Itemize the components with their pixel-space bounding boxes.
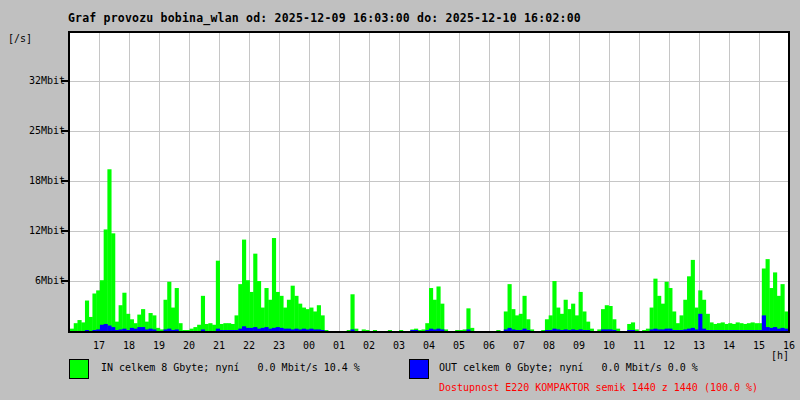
y-tick-mark — [61, 230, 68, 232]
x-axis-unit-label: [h] — [771, 350, 789, 361]
x-tick-label: 20 — [174, 340, 204, 352]
traffic-plot-canvas — [70, 33, 788, 331]
x-tick-label: 10 — [594, 340, 624, 352]
x-tick-label: 13 — [684, 340, 714, 352]
y-tick-label: 6Mbit — [5, 275, 65, 287]
x-tick-label: 18 — [114, 340, 144, 352]
x-tick-label: 22 — [234, 340, 264, 352]
x-tick-label: 02 — [354, 340, 384, 352]
x-tick-label: 07 — [504, 340, 534, 352]
x-tick-label: 05 — [444, 340, 474, 352]
y-tick-mark — [61, 130, 68, 132]
traffic-graph-plot — [68, 31, 790, 333]
x-tick-label: 21 — [204, 340, 234, 352]
x-tick-label: 04 — [414, 340, 444, 352]
x-tick-label: 01 — [324, 340, 354, 352]
x-tick-label: 03 — [384, 340, 414, 352]
x-tick-label: 17 — [84, 340, 114, 352]
y-tick-label: 12Mbit — [5, 225, 65, 237]
x-tick-label: 14 — [714, 340, 744, 352]
y-axis-unit-label: [/s] — [8, 33, 32, 44]
x-tick-label: 11 — [624, 340, 654, 352]
x-tick-label: 09 — [564, 340, 594, 352]
legend-out-swatch — [409, 359, 429, 379]
y-tick-mark — [61, 80, 68, 82]
page-title: Graf provozu bobina_wlan od: 2025-12-09 … — [68, 11, 581, 25]
x-tick-label: 00 — [294, 340, 324, 352]
x-tick-label: 12 — [654, 340, 684, 352]
availability-status-text: Dostupnost E220 KOMPAKTOR semik 1440 z 1… — [439, 382, 758, 394]
x-tick-label: 19 — [144, 340, 174, 352]
legend-out-label: OUT celkem 0 Gbyte; nyní 0.0 Mbit/s 0.0 … — [439, 362, 698, 374]
x-tick-label: 23 — [264, 340, 294, 352]
x-tick-label: 06 — [474, 340, 504, 352]
y-tick-mark — [61, 280, 68, 282]
x-tick-label: 08 — [534, 340, 564, 352]
x-tick-label: 15 — [744, 340, 774, 352]
mrtg-traffic-graph-page: Graf provozu bobina_wlan od: 2025-12-09 … — [0, 0, 800, 400]
legend-in-label: IN celkem 8 Gbyte; nyní 0.0 Mbit/s 10.4 … — [101, 362, 360, 374]
y-tick-mark — [61, 180, 68, 182]
y-tick-label: 18Mbit — [5, 175, 65, 187]
y-tick-label: 32Mbit — [5, 75, 65, 87]
legend-in-swatch — [69, 359, 89, 379]
y-tick-label: 25Mbit — [5, 125, 65, 137]
